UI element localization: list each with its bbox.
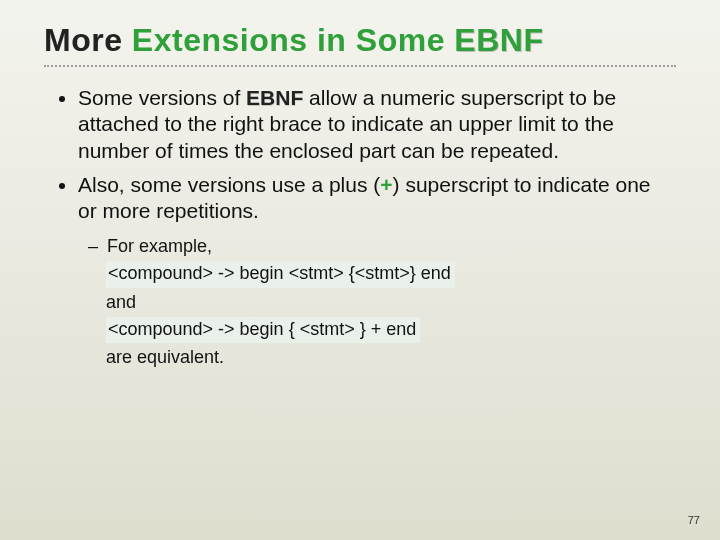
example-code-1: <compound> -> begin <stmt> {<stmt>} end bbox=[106, 261, 455, 287]
title-word-more: More bbox=[44, 22, 122, 58]
example-code-2-line: <compound> -> begin { <stmt> } + end bbox=[106, 317, 672, 343]
slide: More Extensions in Some EBNF Some versio… bbox=[0, 0, 720, 540]
example-list: For example, <compound> -> begin <stmt> … bbox=[78, 234, 672, 370]
bullet-2: Also, some versions use a plus (+) super… bbox=[78, 172, 672, 370]
title-divider bbox=[44, 65, 676, 67]
example-lead: For example, bbox=[106, 234, 672, 259]
page-number: 77 bbox=[688, 514, 700, 526]
title-ebnf: EBNF bbox=[454, 22, 543, 58]
bullet-2-pre: Also, some versions use a plus ( bbox=[78, 173, 380, 196]
title-rest: Extensions in Some bbox=[122, 22, 454, 58]
example-and: and bbox=[106, 290, 672, 315]
example-code-2: <compound> -> begin { <stmt> } + end bbox=[106, 317, 420, 343]
bullet-2-plus: + bbox=[380, 173, 392, 196]
example-code-1-line: <compound> -> begin <stmt> {<stmt>} end bbox=[106, 261, 672, 287]
bullet-1: Some versions of EBNF allow a numeric su… bbox=[78, 85, 672, 164]
bullet-1-pre: Some versions of bbox=[78, 86, 246, 109]
slide-title: More Extensions in Some EBNF bbox=[44, 22, 676, 59]
bullet-list: Some versions of EBNF allow a numeric su… bbox=[48, 85, 672, 370]
example-tail: are equivalent. bbox=[106, 345, 672, 370]
bullet-1-ebnf: EBNF bbox=[246, 86, 303, 109]
